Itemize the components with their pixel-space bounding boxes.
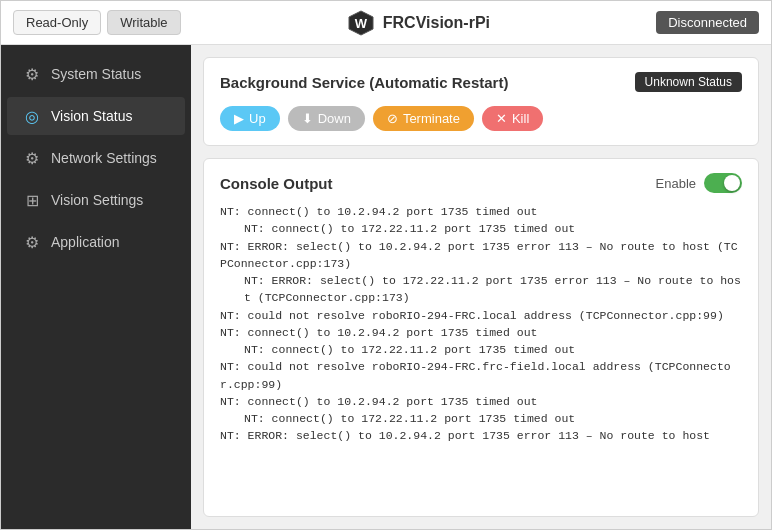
header: Read-Only Writable W FRCVision-rPi Disco… (1, 1, 771, 45)
sidebar-item-system-status[interactable]: ⚙ System Status (7, 55, 185, 93)
console-line: NT: connect() to 10.2.94.2 port 1735 tim… (220, 203, 742, 220)
enable-label: Enable (656, 176, 696, 191)
connection-status-badge: Disconnected (656, 11, 759, 34)
toggle-thumb (724, 175, 740, 191)
console-line: NT: connect() to 172.22.11.2 port 1735 t… (220, 341, 742, 358)
background-service-card: Background Service (Automatic Restart) U… (203, 57, 759, 146)
body: ⚙ System Status ◎ Vision Status ⚙ Networ… (1, 45, 771, 529)
up-label: Up (249, 111, 266, 126)
enable-toggle[interactable] (704, 173, 742, 193)
writable-button[interactable]: Writable (107, 10, 180, 35)
sidebar-label-vision-settings: Vision Settings (51, 192, 143, 208)
console-title: Console Output (220, 175, 333, 192)
sidebar-item-network-settings[interactable]: ⚙ Network Settings (7, 139, 185, 177)
console-line: NT: connect() to 10.2.94.2 port 1735 tim… (220, 324, 742, 341)
console-line: NT: ERROR: select() to 10.2.94.2 port 17… (220, 427, 742, 444)
header-mode-buttons: Read-Only Writable (13, 10, 181, 35)
app-title: FRCVision-rPi (383, 14, 490, 32)
console-line: NT: connect() to 172.22.11.2 port 1735 t… (220, 410, 742, 427)
bg-service-title: Background Service (Automatic Restart) (220, 74, 508, 91)
sidebar-label-vision-status: Vision Status (51, 108, 132, 124)
terminate-icon: ⊘ (387, 111, 398, 126)
terminate-label: Terminate (403, 111, 460, 126)
enable-toggle-area: Enable (656, 173, 742, 193)
sidebar-item-vision-status[interactable]: ◎ Vision Status (7, 97, 185, 135)
terminate-button[interactable]: ⊘ Terminate (373, 106, 474, 131)
down-icon: ⬇ (302, 111, 313, 126)
svg-text:W: W (355, 16, 368, 31)
app-title-area: W FRCVision-rPi (347, 9, 490, 37)
console-line: NT: connect() to 172.22.11.2 port 1735 t… (220, 220, 742, 237)
console-output-card: Console Output Enable NT: connect() to 1… (203, 158, 759, 517)
network-settings-icon: ⚙ (23, 149, 41, 167)
unknown-status-badge: Unknown Status (635, 72, 742, 92)
sidebar-label-system-status: System Status (51, 66, 141, 82)
console-line: NT: could not resolve roboRIO-294-FRC.lo… (220, 307, 742, 324)
console-line: NT: could not resolve roboRIO-294-FRC.fr… (220, 358, 742, 393)
sidebar: ⚙ System Status ◎ Vision Status ⚙ Networ… (1, 45, 191, 529)
bg-service-header: Background Service (Automatic Restart) U… (220, 72, 742, 92)
console-line: NT: ERROR: select() to 172.22.11.2 port … (220, 272, 742, 307)
sidebar-item-application[interactable]: ⚙ Application (7, 223, 185, 261)
sidebar-item-vision-settings[interactable]: ⊞ Vision Settings (7, 181, 185, 219)
vision-status-icon: ◎ (23, 107, 41, 125)
app-logo-icon: W (347, 9, 375, 37)
system-status-icon: ⚙ (23, 65, 41, 83)
sidebar-label-application: Application (51, 234, 120, 250)
down-button[interactable]: ⬇ Down (288, 106, 365, 131)
kill-icon: ✕ (496, 111, 507, 126)
sidebar-label-network-settings: Network Settings (51, 150, 157, 166)
service-buttons: ▶ Up ⬇ Down ⊘ Terminate ✕ Kill (220, 106, 742, 131)
up-button[interactable]: ▶ Up (220, 106, 280, 131)
main-content: Background Service (Automatic Restart) U… (191, 45, 771, 529)
vision-settings-icon: ⊞ (23, 191, 41, 209)
kill-label: Kill (512, 111, 529, 126)
readonly-button[interactable]: Read-Only (13, 10, 101, 35)
console-output-area[interactable]: NT: connect() to 10.2.94.2 port 1735 tim… (220, 203, 742, 502)
console-line: NT: ERROR: select() to 10.2.94.2 port 17… (220, 238, 742, 273)
console-header: Console Output Enable (220, 173, 742, 193)
up-icon: ▶ (234, 111, 244, 126)
console-line: NT: connect() to 10.2.94.2 port 1735 tim… (220, 393, 742, 410)
kill-button[interactable]: ✕ Kill (482, 106, 543, 131)
application-icon: ⚙ (23, 233, 41, 251)
down-label: Down (318, 111, 351, 126)
